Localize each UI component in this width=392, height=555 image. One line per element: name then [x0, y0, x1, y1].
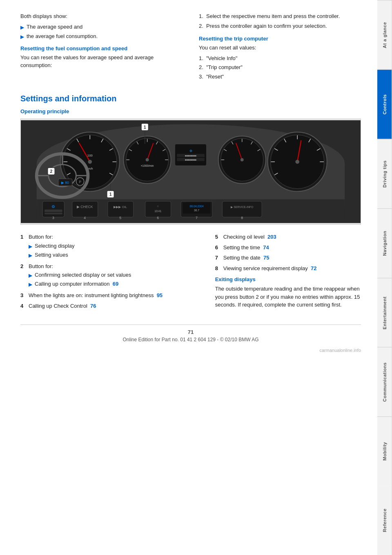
svg-text:⚙: ⚙ — [189, 149, 192, 153]
button-5-num: 5 — [215, 233, 222, 241]
trip-num-1: 1. — [199, 54, 206, 63]
svg-text:13:41: 13:41 — [154, 210, 161, 213]
button-2-row: 2 Button for: ▶ Confirming selected disp… — [20, 262, 199, 289]
trip-step-1: 1. "Vehicle Info" — [199, 54, 361, 63]
button-3-label: When the lights are on: instrument light… — [29, 292, 163, 298]
button-1-sub-1-text: Selecting display — [35, 242, 75, 250]
svg-point-28 — [146, 158, 149, 161]
bullet-fuel: ▶ the average fuel consumption. — [20, 32, 183, 40]
page-number: 71 — [20, 329, 361, 335]
button-2-sub-1-text: Confirming selected display or set value… — [35, 271, 131, 279]
footer: 71 Online Edition for Part no. 01 41 2 6… — [20, 324, 361, 342]
svg-text:P: P — [79, 180, 81, 184]
svg-rect-66 — [45, 210, 62, 212]
svg-text:1: 1 — [144, 125, 146, 130]
svg-text:7: 7 — [196, 216, 198, 220]
button-2-num: 2 — [20, 262, 27, 271]
svg-point-45 — [241, 158, 244, 161]
sidebar-tab-reference[interactable]: Reference — [377, 486, 392, 555]
svg-text:⚙: ⚙ — [51, 204, 55, 209]
svg-text:■■■■■■■■: ■■■■■■■■ — [185, 159, 197, 161]
buttons-right: 5 Checking oil level 203 6 Setting the t… — [215, 233, 361, 312]
bullet-speed-text: The average speed and — [27, 23, 82, 31]
button-8-num: 8 — [215, 264, 222, 273]
svg-rect-67 — [45, 213, 62, 215]
button-1-sub-2-text: Setting values — [35, 251, 68, 259]
sub-heading: Operating principle — [20, 108, 361, 114]
svg-text:08.04.2004: 08.04.2004 — [190, 205, 204, 208]
arrow-icon-1: ▶ — [20, 24, 24, 31]
sidebar-tab-entertainment[interactable]: Entertainment — [377, 278, 392, 347]
sidebar-tab-communications[interactable]: Communications — [377, 347, 392, 416]
svg-text:▶▶▶ OIL: ▶▶▶ OIL — [114, 205, 127, 209]
button-3-num: 3 — [20, 291, 27, 300]
svg-text:3: 3 — [52, 216, 54, 220]
arrow-icon-b2a: ▶ — [29, 272, 32, 279]
button-7-num: 7 — [215, 254, 222, 262]
watermark: carmanualonline.info — [319, 348, 361, 353]
trip-step-2: 2. "Trip computer" — [199, 63, 361, 72]
exiting-heading: Exiting displays — [215, 276, 361, 282]
button-6-row: 6 Setting the time 74 — [215, 244, 361, 252]
button-1-label: Button for: — [29, 234, 53, 240]
svg-text:■■■■■■■■: ■■■■■■■■ — [185, 154, 197, 157]
resetting-body: You can reset the values for average spe… — [20, 54, 183, 69]
trip-intro: You can reset all values: — [199, 44, 361, 52]
button-4-num: 4 — [20, 302, 27, 310]
sidebar-tab-driving-tips[interactable]: Driving tips — [377, 139, 392, 208]
button-4-label: Calling up Check Control 76 — [29, 303, 96, 309]
sidebar-tab-mobility[interactable]: Mobility — [377, 416, 392, 486]
step-2: 2. Press the controller again to confirm… — [199, 22, 361, 30]
bottom-section: 1 Button for: ▶ Selecting display ▶ Sett… — [20, 233, 361, 312]
button-2-sub-2-text: Calling up computer information 69 — [35, 280, 118, 288]
button-8-label: Viewing service requirement display 72 — [223, 264, 317, 273]
step-num-2: 2. — [199, 22, 206, 30]
button-4-content: Calling up Check Control 76 — [29, 302, 199, 310]
svg-text:▶ 80: ▶ 80 — [61, 181, 69, 185]
step-1: 1. Select the respective menu item and p… — [199, 12, 361, 20]
trip-heading: Resetting the trip computer — [199, 36, 361, 42]
button-2-sub-1: ▶ Confirming selected display or set val… — [29, 271, 199, 279]
svg-text:▶ CHECK: ▶ CHECK — [77, 205, 93, 209]
trip-step-1-text: "Vehicle Info" — [206, 54, 237, 63]
button-2-label: Button for: — [29, 263, 53, 269]
sidebar-tab-at-a-glance[interactable]: At a glance — [377, 0, 392, 69]
trip-step-3: 3. "Reset" — [199, 73, 361, 81]
button-2-content: Button for: ▶ Confirming selected displa… — [29, 262, 199, 289]
button-5-label: Checking oil level 203 — [223, 233, 276, 241]
arrow-icon-2: ▶ — [20, 33, 24, 40]
trip-steps: 1. "Vehicle Info" 2. "Trip computer" 3. … — [199, 54, 361, 81]
svg-text:36.7: 36.7 — [194, 209, 199, 212]
svg-rect-84 — [222, 201, 262, 217]
button-6-label: Setting the time 74 — [223, 244, 269, 252]
buttons-left: 1 Button for: ▶ Selecting display ▶ Sett… — [20, 233, 199, 312]
trip-step-2-text: "Trip computer" — [206, 63, 243, 72]
sidebar-tab-controls[interactable]: Controls — [377, 69, 392, 139]
sidebar-tab-navigation[interactable]: Navigation — [377, 208, 392, 278]
button-1-num: 1 — [20, 233, 27, 241]
svg-text:×1000/min: ×1000/min — [141, 164, 154, 167]
trip-num-3: 3. — [199, 73, 206, 81]
trip-num-2: 2. — [199, 63, 206, 72]
svg-rect-69 — [72, 201, 98, 217]
footer-text: Online Edition for Part no. 01 41 2 604 … — [20, 337, 361, 342]
button-6-num: 6 — [215, 244, 222, 252]
main-content: Both displays show: ▶ The average speed … — [0, 0, 377, 355]
trip-step-3-text: "Reset" — [206, 73, 224, 81]
button-8-row: 8 Viewing service requirement display 72 — [215, 264, 361, 273]
button-1-content: Button for: ▶ Selecting display ▶ Settin… — [29, 233, 199, 260]
svg-text:2: 2 — [50, 169, 53, 174]
svg-text:4: 4 — [84, 216, 86, 220]
button-1-sub-1: ▶ Selecting display — [29, 242, 199, 250]
left-column: Both displays show: ▶ The average speed … — [20, 12, 183, 82]
svg-rect-72 — [108, 201, 134, 217]
svg-text:6: 6 — [157, 216, 159, 220]
svg-text:1: 1 — [109, 192, 112, 197]
svg-point-57 — [295, 160, 299, 164]
svg-text:100: 100 — [87, 154, 93, 157]
button-3-content: When the lights are on: instrument light… — [29, 291, 199, 300]
step-1-text: Select the respective menu item and pres… — [206, 12, 340, 20]
exiting-body: The outside temperature reading and the … — [215, 285, 361, 309]
svg-text:8: 8 — [241, 216, 243, 220]
settings-section: Settings and information Operating princ… — [20, 94, 361, 312]
